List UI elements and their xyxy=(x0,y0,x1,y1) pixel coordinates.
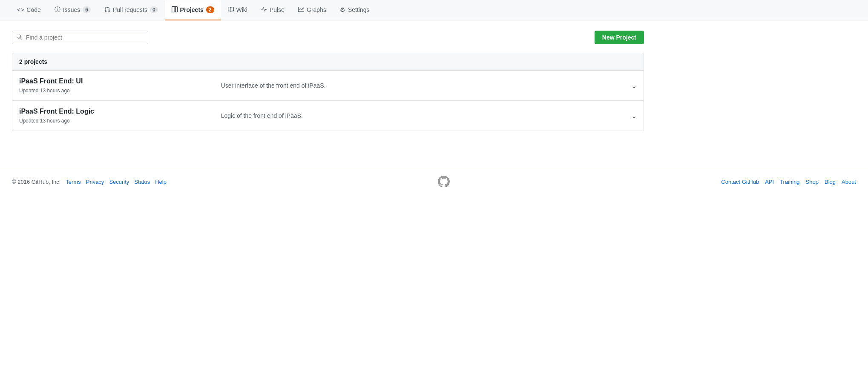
footer-link-shop[interactable]: Shop xyxy=(806,179,819,185)
footer-link-terms[interactable]: Terms xyxy=(66,179,80,185)
toolbar: New Project xyxy=(12,31,644,44)
project-info: iPaaS Front End: UI Updated 13 hours ago xyxy=(19,77,221,94)
footer-link-security[interactable]: Security xyxy=(109,179,129,185)
copyright: © 2016 GitHub, Inc. xyxy=(12,179,60,185)
search-input[interactable] xyxy=(12,31,148,44)
github-logo-icon xyxy=(438,176,450,188)
new-project-button[interactable]: New Project xyxy=(595,31,644,44)
pulse-icon xyxy=(261,6,267,14)
footer-link-privacy[interactable]: Privacy xyxy=(86,179,104,185)
search-wrap xyxy=(12,31,148,44)
settings-icon: ⚙ xyxy=(340,6,345,13)
code-icon: <> xyxy=(17,6,24,13)
pr-icon xyxy=(104,6,110,14)
projects-badge: 2 xyxy=(206,6,214,13)
footer: © 2016 GitHub, Inc. Terms Privacy Securi… xyxy=(0,167,868,196)
tab-settings[interactable]: ⚙ Settings xyxy=(333,0,377,20)
project-row: iPaaS Front End: Logic Updated 13 hours … xyxy=(12,101,644,131)
projects-icon xyxy=(172,6,178,14)
project-description: User interface of the front end of iPaaS… xyxy=(221,82,624,89)
footer-right: Contact GitHub API Training Shop Blog Ab… xyxy=(721,179,856,185)
tab-projects[interactable]: Projects 2 xyxy=(165,0,221,20)
footer-center xyxy=(438,176,450,188)
tab-code-label: Code xyxy=(26,6,40,13)
footer-link-training[interactable]: Training xyxy=(780,179,799,185)
issues-badge: 6 xyxy=(83,6,91,13)
project-name[interactable]: iPaaS Front End: UI xyxy=(19,77,221,85)
tab-issues-label: Issues xyxy=(63,6,80,13)
project-updated: Updated 13 hours ago xyxy=(19,88,70,94)
footer-link-help[interactable]: Help xyxy=(155,179,167,185)
tab-graphs-label: Graphs xyxy=(307,6,326,13)
project-description: Logic of the front end of iPaaS. xyxy=(221,112,624,119)
graphs-icon xyxy=(298,6,304,14)
footer-link-status[interactable]: Status xyxy=(134,179,150,185)
tab-code[interactable]: <> Code xyxy=(10,0,48,20)
tab-wiki[interactable]: Wiki xyxy=(221,0,254,20)
footer-link-about[interactable]: About xyxy=(842,179,856,185)
footer-link-api[interactable]: API xyxy=(765,179,774,185)
tab-bar: <> Code ⓘ Issues 6 Pull requests 0 Proje… xyxy=(0,0,868,20)
project-name[interactable]: iPaaS Front End: Logic xyxy=(19,108,221,115)
pr-badge: 0 xyxy=(150,6,158,13)
tab-graphs[interactable]: Graphs xyxy=(291,0,333,20)
chevron-down-icon[interactable]: ⌄ xyxy=(631,82,637,90)
tab-issues[interactable]: ⓘ Issues 6 xyxy=(48,0,98,20)
tab-settings-label: Settings xyxy=(348,6,370,13)
tab-pulse[interactable]: Pulse xyxy=(254,0,291,20)
tab-pulse-label: Pulse xyxy=(270,6,285,13)
project-row: iPaaS Front End: UI Updated 13 hours ago… xyxy=(12,71,644,101)
wiki-icon xyxy=(228,6,234,14)
chevron-down-icon[interactable]: ⌄ xyxy=(631,112,637,120)
issues-icon: ⓘ xyxy=(55,6,60,14)
search-icon xyxy=(16,34,22,41)
footer-left: © 2016 GitHub, Inc. Terms Privacy Securi… xyxy=(12,179,167,185)
footer-link-blog[interactable]: Blog xyxy=(825,179,836,185)
main-content: New Project 2 projects iPaaS Front End: … xyxy=(0,20,656,141)
footer-link-contact[interactable]: Contact GitHub xyxy=(721,179,759,185)
tab-projects-label: Projects xyxy=(180,6,204,13)
projects-container: 2 projects iPaaS Front End: UI Updated 1… xyxy=(12,53,644,131)
tab-wiki-label: Wiki xyxy=(236,6,247,13)
projects-header: 2 projects xyxy=(12,53,644,71)
tab-pr-label: Pull requests xyxy=(113,6,147,13)
project-updated: Updated 13 hours ago xyxy=(19,118,70,124)
project-info: iPaaS Front End: Logic Updated 13 hours … xyxy=(19,108,221,124)
tab-pull-requests[interactable]: Pull requests 0 xyxy=(98,0,165,20)
